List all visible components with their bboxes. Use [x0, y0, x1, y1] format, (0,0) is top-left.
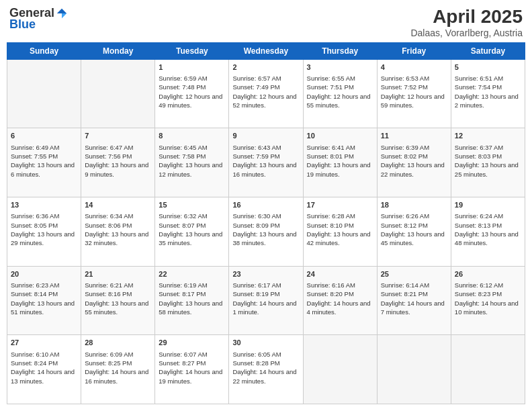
- sunrise-text: Sunrise: 6:26 AM: [381, 212, 447, 220]
- day-number: 9: [232, 131, 299, 141]
- daylight-text: Daylight: 13 hours and 12 minutes.: [159, 161, 225, 179]
- calendar-table: SundayMondayTuesdayWednesdayThursdayFrid…: [7, 42, 525, 404]
- calendar-cell: 30Sunrise: 6:05 AMSunset: 8:28 PMDayligh…: [229, 335, 303, 404]
- sunrise-text: Sunrise: 6:49 AM: [11, 143, 77, 152]
- day-number: 13: [11, 200, 77, 210]
- cell-content: 8Sunrise: 6:45 AMSunset: 7:58 PMDaylight…: [159, 131, 225, 179]
- cell-content: 28Sunrise: 6:09 AMSunset: 8:25 PMDayligh…: [85, 338, 151, 385]
- calendar-cell: 16Sunrise: 6:30 AMSunset: 8:09 PMDayligh…: [229, 197, 303, 267]
- day-number: 1: [159, 62, 225, 73]
- calendar-cell: [303, 335, 377, 404]
- sunset-text: Sunset: 8:21 PM: [381, 289, 447, 298]
- calendar-cell: 1Sunrise: 6:59 AMSunset: 7:48 PMDaylight…: [155, 59, 229, 128]
- sunrise-text: Sunrise: 6:09 AM: [85, 350, 151, 359]
- calendar-cell: 5Sunrise: 6:51 AMSunset: 7:54 PMDaylight…: [451, 59, 525, 128]
- svg-marker-1: [62, 13, 66, 18]
- cell-content: 11Sunrise: 6:39 AMSunset: 8:02 PMDayligh…: [381, 131, 447, 179]
- sunset-text: Sunset: 8:16 PM: [85, 289, 151, 298]
- cell-content: 21Sunrise: 6:21 AMSunset: 8:16 PMDayligh…: [85, 269, 151, 317]
- cell-content: 24Sunrise: 6:16 AMSunset: 8:20 PMDayligh…: [307, 269, 373, 317]
- sunset-text: Sunset: 8:13 PM: [455, 221, 521, 230]
- sunset-text: Sunset: 7:59 PM: [232, 152, 299, 161]
- daylight-text: Daylight: 13 hours and 35 minutes.: [159, 230, 225, 248]
- day-number: 16: [232, 200, 299, 210]
- sunset-text: Sunset: 8:27 PM: [159, 359, 225, 367]
- sunrise-text: Sunrise: 6:05 AM: [232, 350, 299, 359]
- day-number: 30: [232, 338, 299, 348]
- calendar-cell: [81, 59, 155, 128]
- sunrise-text: Sunrise: 6:19 AM: [159, 281, 225, 289]
- sunset-text: Sunset: 7:58 PM: [159, 152, 225, 161]
- sunrise-text: Sunrise: 6:16 AM: [307, 281, 373, 289]
- sunrise-text: Sunrise: 6:53 AM: [381, 74, 447, 83]
- daylight-text: Daylight: 13 hours and 42 minutes.: [307, 230, 373, 248]
- calendar-cell: 14Sunrise: 6:34 AMSunset: 8:06 PMDayligh…: [81, 197, 155, 267]
- logo-blue-text: Blue: [9, 17, 36, 32]
- sunrise-text: Sunrise: 6:45 AM: [159, 143, 225, 152]
- day-number: 24: [307, 269, 373, 279]
- sunrise-text: Sunrise: 6:39 AM: [381, 143, 447, 152]
- sunrise-text: Sunrise: 6:28 AM: [307, 212, 373, 220]
- daylight-text: Daylight: 13 hours and 6 minutes.: [11, 161, 77, 179]
- calendar-cell: [451, 335, 525, 404]
- sunrise-text: Sunrise: 6:30 AM: [232, 212, 299, 220]
- sunrise-text: Sunrise: 6:21 AM: [85, 281, 151, 289]
- weekday-header: Friday: [377, 42, 451, 59]
- cell-content: 2Sunrise: 6:57 AMSunset: 7:49 PMDaylight…: [232, 62, 299, 110]
- cell-content: 16Sunrise: 6:30 AMSunset: 8:09 PMDayligh…: [232, 200, 299, 248]
- day-number: 29: [159, 338, 225, 348]
- sunrise-text: Sunrise: 6:32 AM: [159, 212, 225, 220]
- cell-content: 20Sunrise: 6:23 AMSunset: 8:14 PMDayligh…: [11, 269, 77, 317]
- day-number: 14: [85, 200, 151, 210]
- sunrise-text: Sunrise: 6:55 AM: [307, 74, 373, 83]
- daylight-text: Daylight: 14 hours and 7 minutes.: [381, 299, 447, 317]
- sunset-text: Sunset: 8:10 PM: [307, 221, 373, 230]
- daylight-text: Daylight: 14 hours and 13 minutes.: [11, 367, 77, 385]
- sunset-text: Sunset: 8:06 PM: [85, 221, 151, 230]
- day-number: 4: [381, 62, 447, 73]
- calendar-cell: 21Sunrise: 6:21 AMSunset: 8:16 PMDayligh…: [81, 266, 155, 335]
- sunset-text: Sunset: 8:23 PM: [455, 289, 521, 298]
- calendar-cell: 20Sunrise: 6:23 AMSunset: 8:14 PMDayligh…: [7, 266, 81, 335]
- cell-content: 18Sunrise: 6:26 AMSunset: 8:12 PMDayligh…: [381, 200, 447, 248]
- daylight-text: Daylight: 12 hours and 49 minutes.: [159, 92, 225, 110]
- calendar-cell: 27Sunrise: 6:10 AMSunset: 8:24 PMDayligh…: [7, 335, 81, 404]
- weekday-header: Thursday: [303, 42, 377, 59]
- day-number: 25: [381, 269, 447, 279]
- sunrise-text: Sunrise: 6:37 AM: [455, 143, 521, 152]
- daylight-text: Daylight: 13 hours and 2 minutes.: [455, 92, 521, 110]
- weekday-header: Wednesday: [229, 42, 303, 59]
- day-number: 23: [232, 269, 299, 279]
- cell-content: 3Sunrise: 6:55 AMSunset: 7:51 PMDaylight…: [307, 62, 373, 110]
- calendar-cell: 9Sunrise: 6:43 AMSunset: 7:59 PMDaylight…: [229, 128, 303, 197]
- daylight-text: Daylight: 14 hours and 22 minutes.: [232, 367, 299, 385]
- calendar-cell: 28Sunrise: 6:09 AMSunset: 8:25 PMDayligh…: [81, 335, 155, 404]
- cell-content: 30Sunrise: 6:05 AMSunset: 8:28 PMDayligh…: [232, 338, 299, 385]
- daylight-text: Daylight: 12 hours and 55 minutes.: [307, 92, 373, 110]
- cell-content: 1Sunrise: 6:59 AMSunset: 7:48 PMDaylight…: [159, 62, 225, 110]
- daylight-text: Daylight: 13 hours and 58 minutes.: [159, 299, 225, 317]
- daylight-text: Daylight: 14 hours and 1 minute.: [232, 299, 299, 317]
- daylight-text: Daylight: 13 hours and 45 minutes.: [381, 230, 447, 248]
- daylight-text: Daylight: 13 hours and 25 minutes.: [455, 161, 521, 179]
- sunrise-text: Sunrise: 6:51 AM: [455, 74, 521, 83]
- day-number: 8: [159, 131, 225, 141]
- sunset-text: Sunset: 8:05 PM: [11, 221, 77, 230]
- cell-content: 14Sunrise: 6:34 AMSunset: 8:06 PMDayligh…: [85, 200, 151, 248]
- cell-content: 26Sunrise: 6:12 AMSunset: 8:23 PMDayligh…: [455, 269, 521, 317]
- cell-content: 19Sunrise: 6:24 AMSunset: 8:13 PMDayligh…: [455, 200, 521, 248]
- sunset-text: Sunset: 8:12 PM: [381, 221, 447, 230]
- sunset-text: Sunset: 7:52 PM: [381, 83, 447, 91]
- sunset-text: Sunset: 8:09 PM: [232, 221, 299, 230]
- daylight-text: Daylight: 14 hours and 16 minutes.: [85, 367, 151, 385]
- calendar-cell: 13Sunrise: 6:36 AMSunset: 8:05 PMDayligh…: [7, 197, 81, 267]
- sunrise-text: Sunrise: 6:34 AM: [85, 212, 151, 220]
- calendar-cell: 24Sunrise: 6:16 AMSunset: 8:20 PMDayligh…: [303, 266, 377, 335]
- title-block: April 2025 Dalaas, Vorarlberg, Austria: [410, 7, 523, 38]
- sunset-text: Sunset: 7:56 PM: [85, 152, 151, 161]
- day-number: 21: [85, 269, 151, 279]
- daylight-text: Daylight: 13 hours and 19 minutes.: [307, 161, 373, 179]
- daylight-text: Daylight: 13 hours and 38 minutes.: [232, 230, 299, 248]
- sunrise-text: Sunrise: 6:14 AM: [381, 281, 447, 289]
- logo: General Blue: [9, 7, 68, 32]
